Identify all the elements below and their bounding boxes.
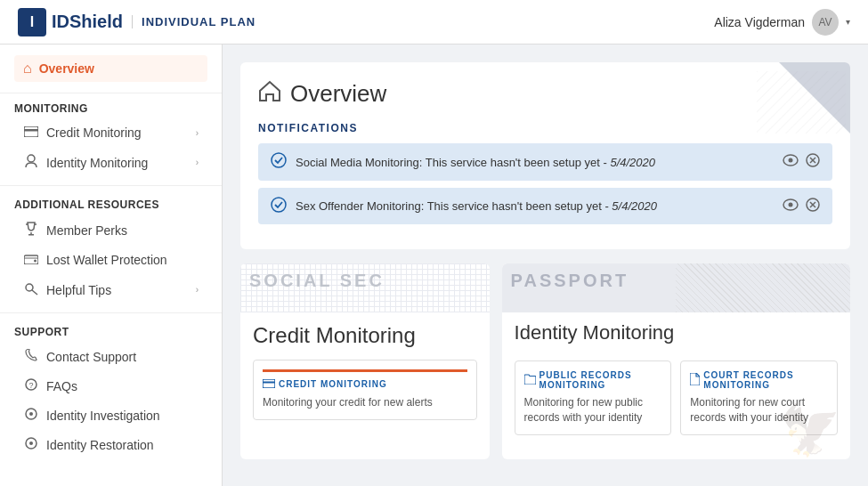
svg-rect-4 xyxy=(28,234,34,236)
svg-rect-29 xyxy=(263,379,275,388)
user-name: Aliza Vigderman xyxy=(714,15,805,29)
person-icon xyxy=(23,154,39,171)
logo-text: IDShield xyxy=(52,12,123,32)
overview-card: Overview NOTIFICATIONS Social Media Moni… xyxy=(240,62,850,249)
sidebar-item-member-perks[interactable]: Member Perks xyxy=(14,215,207,246)
identity-investigation-label: Identity Investigation xyxy=(46,409,199,423)
key-icon xyxy=(23,281,39,298)
sidebar-section-title-monitoring: Monitoring xyxy=(14,102,207,115)
credit-monitoring-chevron: › xyxy=(196,128,199,138)
notification-close-icon-1[interactable] xyxy=(806,153,820,171)
sidebar-item-identity-restoration[interactable]: Identity Restoration xyxy=(14,430,207,459)
court-records-sub-card: COURT RECORDS MONITORING Monitoring for … xyxy=(680,360,838,435)
check-circle-icon-1 xyxy=(271,152,287,172)
notification-text-2: Sex Offender Monitoring: This service ha… xyxy=(296,199,774,213)
sidebar-item-identity-monitoring[interactable]: Identity Monitoring › xyxy=(14,147,207,178)
notification-actions-1 xyxy=(783,153,820,171)
notification-item-1: Social Media Monitoring: This service ha… xyxy=(258,143,832,181)
card-bg-text-1: SOCIAL SEC xyxy=(249,271,385,291)
notification-actions-2 xyxy=(783,198,820,215)
sidebar-item-faqs[interactable]: ? FAQs xyxy=(14,371,207,401)
logo-icon: I xyxy=(18,8,46,36)
restoration-icon xyxy=(23,437,39,452)
svg-line-8 xyxy=(32,290,37,295)
header-right: Aliza Vigderman AV ▾ xyxy=(714,9,850,36)
decorative-lines xyxy=(757,71,846,134)
orange-bar xyxy=(263,369,467,372)
notification-view-icon-2[interactable] xyxy=(783,198,799,215)
main-content: Overview NOTIFICATIONS Social Media Moni… xyxy=(223,45,868,486)
user-menu-chevron[interactable]: ▾ xyxy=(846,17,850,27)
wallet-icon xyxy=(23,253,39,267)
doc-icon xyxy=(690,373,700,387)
decorative-shape xyxy=(743,62,850,134)
credit-monitoring-sub-card: CREDIT MONITORING Monitoring your credit… xyxy=(253,360,477,420)
sidebar-item-overview[interactable]: ⌂ Overview xyxy=(14,55,207,82)
faqs-label: FAQs xyxy=(46,379,199,393)
sidebar-item-credit-monitoring[interactable]: Credit Monitoring › xyxy=(14,118,207,147)
sidebar-item-lost-wallet[interactable]: Lost Wallet Protection xyxy=(14,246,207,274)
contact-support-label: Contact Support xyxy=(46,350,199,364)
credit-card-sub-icon xyxy=(263,379,275,390)
passport-bg-lines xyxy=(676,263,850,312)
notification-close-icon-2[interactable] xyxy=(806,198,820,215)
identity-restoration-label: Identity Restoration xyxy=(46,438,199,452)
svg-rect-1 xyxy=(24,129,38,132)
notification-date-1: 5/4/2020 xyxy=(610,156,655,169)
overview-home-icon xyxy=(258,80,281,108)
credit-card-icon xyxy=(23,126,39,140)
card-content-1: Credit Monitoring CREDIT MONITORING Moni… xyxy=(240,312,490,438)
header-left: I IDShield INDIVIDUAL PLAN xyxy=(18,8,256,36)
home-icon: ⌂ xyxy=(23,61,32,77)
svg-point-19 xyxy=(789,158,793,163)
sidebar-section-support: Support Contact Support ? FAQs Identity … xyxy=(0,317,222,463)
sidebar-item-helpful-tips[interactable]: Helpful Tips › xyxy=(14,274,207,305)
credit-monitoring-sub-card-text: Monitoring your credit for new alerts xyxy=(263,395,467,410)
svg-point-25 xyxy=(789,202,793,207)
identity-monitoring-chevron: › xyxy=(196,158,199,167)
sidebar-divider-2 xyxy=(0,312,222,313)
trophy-icon xyxy=(23,222,39,239)
help-icon: ? xyxy=(23,378,39,393)
helpful-tips-chevron: › xyxy=(196,285,199,295)
svg-point-7 xyxy=(26,284,33,291)
member-perks-label: Member Perks xyxy=(46,223,199,238)
notification-view-icon-1[interactable] xyxy=(783,154,799,170)
card-bg-1: SOCIAL SEC xyxy=(240,263,490,312)
card-content-2: Identity Monitoring PUBLIC RECORDS MONIT… xyxy=(502,312,850,451)
folder-icon xyxy=(524,374,536,386)
sidebar: ⌂ Overview Monitoring Credit Monitoring … xyxy=(0,45,223,486)
svg-point-17 xyxy=(272,153,286,167)
notification-item-2: Sex Offender Monitoring: This service ha… xyxy=(258,188,832,224)
sidebar-section-monitoring: Monitoring Credit Monitoring › Identity … xyxy=(0,93,222,182)
svg-text:?: ? xyxy=(28,381,33,390)
svg-rect-30 xyxy=(263,381,275,383)
identity-monitoring-label: Identity Monitoring xyxy=(46,156,189,170)
public-records-title: PUBLIC RECORDS MONITORING xyxy=(524,370,662,390)
cards-row: SOCIAL SEC Credit Monitoring CREDIT MONI… xyxy=(240,263,850,459)
sidebar-section-title-support: Support xyxy=(14,326,207,338)
page-title: Overview xyxy=(290,80,386,108)
sidebar-item-contact-support[interactable]: Contact Support xyxy=(14,342,207,371)
identity-monitoring-card: PASSPORT Identity Monitoring PU xyxy=(502,263,850,459)
svg-rect-16 xyxy=(757,71,846,134)
svg-point-2 xyxy=(28,155,35,162)
court-records-text: Monitoring for new court records with yo… xyxy=(690,395,828,425)
credit-monitoring-sub-card-title: CREDIT MONITORING xyxy=(263,379,467,390)
public-records-sub-card: PUBLIC RECORDS MONITORING Monitoring for… xyxy=(515,360,672,435)
svg-point-23 xyxy=(272,198,286,212)
investigation-icon xyxy=(23,408,39,423)
notification-date-2: 5/4/2020 xyxy=(612,199,657,213)
svg-point-12 xyxy=(29,412,33,416)
main-layout: ⌂ Overview Monitoring Credit Monitoring … xyxy=(0,45,868,486)
credit-monitoring-card: SOCIAL SEC Credit Monitoring CREDIT MONI… xyxy=(240,263,490,459)
public-records-text: Monitoring for new public records with y… xyxy=(524,395,662,425)
phone-icon xyxy=(23,349,39,364)
court-records-title: COURT RECORDS MONITORING xyxy=(690,370,828,390)
svg-point-14 xyxy=(29,441,33,445)
avatar: AV xyxy=(812,9,839,36)
card-title-2: Identity Monitoring xyxy=(515,321,838,344)
sidebar-section-resources: Additional Resources Member Perks Lost W… xyxy=(0,190,222,309)
sidebar-item-identity-investigation[interactable]: Identity Investigation xyxy=(14,401,207,430)
card-bg-text-2: PASSPORT xyxy=(511,271,629,291)
